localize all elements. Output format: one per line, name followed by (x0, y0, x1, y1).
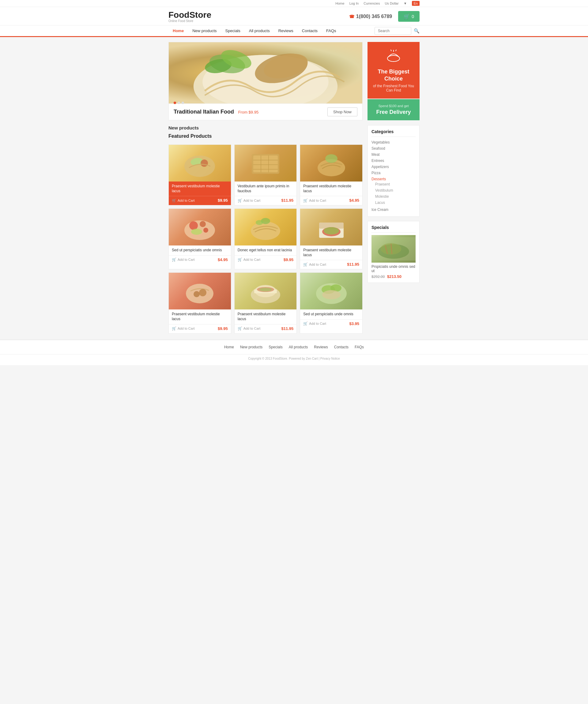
hero-food-visual (169, 42, 362, 104)
cat-item-appetizers: Appetizers (371, 164, 416, 170)
add-to-cart-button-9[interactable]: 🛒 Add to Cart (303, 321, 326, 326)
categories-section: Categories Vegetables Seafood Meat Entre… (368, 125, 420, 217)
promo-delivery-small: Spend $100 and get (372, 104, 415, 108)
product-name-1: Praesent vestibulum molestie lacus (172, 184, 228, 193)
svg-rect-11 (253, 156, 278, 172)
cat-sub-link-molestie[interactable]: Molestie (375, 194, 389, 199)
svg-point-9 (201, 160, 208, 167)
search-button[interactable]: 🔍 (414, 28, 420, 34)
specials-product-name: Prspiciatis unde omnis sed ut (371, 265, 416, 273)
hero-caption: Traditional Italian Food From $9.95 Shop… (169, 104, 362, 120)
product-card-7: Praesent vestibulum molestie lacus 🛒 Add… (168, 273, 231, 333)
cat-link-entrees[interactable]: Entrees (371, 159, 384, 163)
topbar-home-link[interactable]: Home (335, 2, 344, 5)
nav-item-home[interactable]: Home (168, 25, 188, 37)
add-to-cart-button-8[interactable]: 🛒 Add to Cart (238, 326, 261, 331)
header: FoodStore Online Food Store ☎ 1(800) 345… (0, 7, 588, 25)
product-image-1 (169, 145, 231, 181)
search-input[interactable] (375, 27, 411, 35)
footer-link-faqs[interactable]: FAQs (355, 345, 364, 349)
specials-title: Specials (371, 225, 416, 233)
footer-link-home[interactable]: Home (224, 345, 234, 349)
footer-link-reviews[interactable]: Reviews (314, 345, 328, 349)
product-price-1: $9.95 (218, 198, 228, 202)
cat-link-seafood[interactable]: Seafood (371, 146, 385, 151)
add-to-cart-button-4[interactable]: 🛒 Add to Cart (172, 257, 195, 262)
product-info-2: Vestibulum ante ipsum primis in faucibus (234, 181, 297, 196)
add-to-cart-button-3[interactable]: 🛒 Add to Cart (303, 198, 326, 202)
footer-link-contacts[interactable]: Contacts (334, 345, 349, 349)
svg-point-33 (199, 289, 206, 296)
nav-item-reviews[interactable]: Reviews (274, 25, 298, 36)
nav-item-contacts[interactable]: Contacts (298, 25, 322, 36)
product-name-5: Donec eget tellus non erat lacinia (238, 248, 294, 253)
product-card-6: Praesent vestibulum molestie lacus 🛒 Add… (300, 209, 363, 269)
cat-link-ice-cream[interactable]: Ice Cream (371, 208, 388, 212)
phone-icon: ☎ (349, 14, 354, 19)
new-products-label: New products (168, 125, 363, 130)
cat-sub-item-vestibulum: Vestibulum (375, 187, 416, 193)
product-name-4: Sed ut perspiciatis unde omnis (172, 248, 228, 253)
nav-item-specials[interactable]: Specials (221, 25, 245, 36)
cat-link-vegetables[interactable]: Vegetables (371, 140, 389, 144)
main-content: Traditional Italian Food From $9.95 Shop… (168, 42, 420, 334)
language-button[interactable]: En (412, 1, 420, 6)
product-info-5: Donec eget tellus non erat lacinia (234, 245, 297, 255)
copyright-text: Copyright © 2013 FoodStore. Powered by Z… (248, 357, 340, 360)
phone-area: ☎ 1(800) 345 6789 (349, 14, 392, 19)
cart-button[interactable]: 🛒 0 (398, 11, 420, 22)
add-to-cart-button-7[interactable]: 🛒 Add to Cart (172, 326, 195, 331)
svg-point-30 (324, 227, 339, 234)
product-price-7: $9.95 (218, 326, 228, 331)
cat-link-pizza[interactable]: Pizza (371, 171, 380, 175)
svg-point-18 (325, 154, 337, 163)
product-image-7 (169, 273, 231, 309)
hero-dot-active (174, 102, 176, 104)
product-card-4: Sed ut perspiciatis unde omnis 🛒 Add to … (168, 209, 231, 269)
add-to-cart-button-5[interactable]: 🛒 Add to Cart (238, 257, 261, 262)
product-card-5: Donec eget tellus non erat lacinia 🛒 Add… (234, 209, 297, 269)
phone-number: 1(800) 345 6789 (356, 14, 392, 19)
cart-small-icon-1: 🛒 (172, 198, 176, 202)
svg-point-42 (322, 290, 340, 299)
cat-item-meat: Meat (371, 152, 416, 158)
cat-link-desserts[interactable]: Desserts (371, 177, 386, 181)
product-card-3: Praesent vestibulum molestie lacus 🛒 Add… (300, 144, 363, 206)
copyright: Copyright © 2013 FoodStore. Powered by Z… (0, 354, 588, 365)
footer-link-specials[interactable]: Specials (269, 345, 282, 349)
topbar-login-link[interactable]: Log In (350, 2, 359, 5)
desserts-submenu: Praesent Vestibulum Molestie Lacus (371, 181, 416, 206)
product-image-5 (234, 209, 297, 245)
promo-choice-subtitle: of the Freshest Food You Can Find (372, 84, 415, 93)
cat-link-meat[interactable]: Meat (371, 153, 380, 157)
nav-item-new-products[interactable]: New products (188, 25, 221, 36)
svg-point-26 (256, 220, 263, 225)
hero-shop-button[interactable]: Shop Now (327, 107, 357, 116)
add-to-cart-button-1[interactable]: 🛒 Add to Cart (172, 198, 195, 202)
cat-sub-link-vestibulum[interactable]: Vestibulum (375, 188, 393, 192)
nav-item-faqs[interactable]: FAQs (322, 25, 340, 36)
cat-item-desserts: Desserts Praesent Vestibulum Molestie La… (371, 176, 416, 207)
product-image-9 (300, 273, 362, 309)
product-name-2: Vestibulum ante ipsum primis in faucibus (238, 184, 294, 193)
cat-sub-link-lacus[interactable]: Lacus (375, 200, 385, 205)
nav-item-all-products[interactable]: All products (245, 25, 274, 36)
add-to-cart-button-2[interactable]: 🛒 Add to Cart (238, 198, 261, 202)
footer-link-all-products[interactable]: All products (289, 345, 308, 349)
cat-link-appetizers[interactable]: Appetizers (371, 165, 389, 169)
header-right: ☎ 1(800) 345 6789 🛒 0 (349, 11, 420, 22)
product-card-1: Praesent vestibulum molestie lacus 🛒 Add… (168, 144, 231, 206)
product-price-6: $11.95 (347, 262, 359, 267)
product-info-6: Praesent vestibulum molestie lacus (300, 245, 362, 260)
sidebar: The Biggest Choice of the Freshest Food … (368, 42, 420, 334)
footer-link-new-products[interactable]: New products (240, 345, 262, 349)
specials-product: Prspiciatis unde omnis sed ut $292.00 $2… (371, 235, 416, 279)
add-to-cart-button-6[interactable]: 🛒 Add to Cart (303, 262, 326, 267)
cart-small-icon-8: 🛒 (238, 326, 242, 331)
cat-sub-link-praesent[interactable]: Praesent (375, 182, 390, 186)
product-footer-6: 🛒 Add to Cart $11.95 (300, 260, 362, 269)
product-info-8: Praesent vestibulum molestie lacus (234, 309, 297, 324)
logo-name: FoodStore (168, 10, 211, 20)
cat-item-ice-cream: Ice Cream (371, 207, 416, 213)
product-image-3 (300, 145, 362, 181)
